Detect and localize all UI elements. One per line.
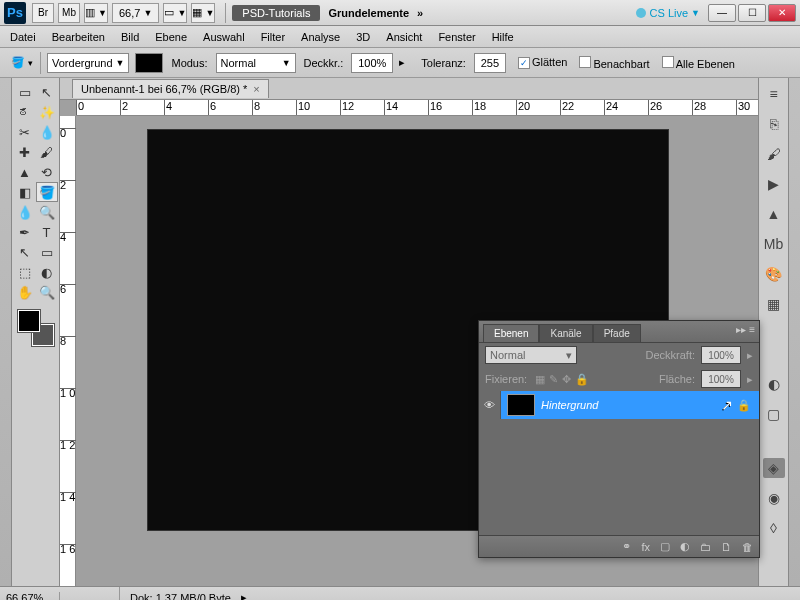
menu-bearbeiten[interactable]: Bearbeiten xyxy=(52,31,105,43)
dodge-tool[interactable]: 🔍 xyxy=(36,202,58,222)
crop-tool[interactable]: ✂ xyxy=(14,122,36,142)
layer-group-icon[interactable]: 🗀 xyxy=(700,541,711,553)
paths-panel-icon[interactable]: ◊ xyxy=(763,518,785,538)
close-button[interactable]: ✕ xyxy=(768,4,796,22)
move-tool2[interactable]: ↖ xyxy=(36,82,58,102)
layers-panel-icon[interactable]: ◈ xyxy=(763,458,785,478)
status-doc-size[interactable]: Dok: 1,37 MB/0 Byte xyxy=(120,592,241,601)
delete-layer-icon[interactable]: 🗑 xyxy=(742,541,753,553)
bucket-tool-icon[interactable]: 🪣▾ xyxy=(10,53,34,73)
stamp-tool[interactable]: ▲ xyxy=(14,162,36,182)
workspace-preset[interactable]: Grundelemente xyxy=(328,7,409,19)
masks-panel-icon[interactable]: ▢ xyxy=(763,404,785,424)
lasso-tool[interactable]: ಠ xyxy=(14,102,36,122)
actions-panel-icon[interactable]: ⎘ xyxy=(763,114,785,134)
fill-color-swatch[interactable] xyxy=(135,53,163,73)
blend-mode-dropdown[interactable]: Normal▾ xyxy=(485,346,577,364)
antialias-checkbox[interactable]: ✓ xyxy=(518,57,530,69)
type-tool[interactable]: T xyxy=(36,222,58,242)
menu-datei[interactable]: Datei xyxy=(10,31,36,43)
brush-tool[interactable]: 🖌 xyxy=(36,142,58,162)
hand-tool[interactable]: ✋ xyxy=(14,282,36,302)
channels-panel-icon[interactable]: ◉ xyxy=(763,488,785,508)
status-flyout-icon[interactable]: ▸ xyxy=(241,591,247,600)
menu-hilfe[interactable]: Hilfe xyxy=(492,31,514,43)
ruler-horizontal[interactable]: 024681012141618202224262830 xyxy=(76,100,758,116)
mode-dropdown[interactable]: Normal▼ xyxy=(216,53,296,73)
workspace-badge[interactable]: PSD-Tutorials xyxy=(232,5,320,21)
3d-cam-tool[interactable]: ◐ xyxy=(36,262,58,282)
cs-live-button[interactable]: CS Live▼ xyxy=(636,7,700,19)
arrange-docs-button[interactable]: ▥▼ xyxy=(84,3,108,23)
play-panel-icon[interactable]: ▶ xyxy=(763,174,785,194)
menu-bild[interactable]: Bild xyxy=(121,31,139,43)
layer-row[interactable]: 👁 Hintergrund 🔒 xyxy=(479,391,759,419)
mb-panel-icon[interactable]: Mb xyxy=(763,234,785,254)
tab-ebenen[interactable]: Ebenen xyxy=(483,324,539,342)
tab-kanale[interactable]: Kanäle xyxy=(539,324,592,342)
layer-lock-icon[interactable]: 🔒 xyxy=(737,399,751,412)
minibridge-button[interactable]: Mb xyxy=(58,3,80,23)
fill-slider-icon[interactable]: ▸ xyxy=(747,373,753,386)
zoom-field[interactable]: 66,7▼ xyxy=(112,3,159,23)
menu-ansicht[interactable]: Ansicht xyxy=(386,31,422,43)
brush-panel-icon[interactable]: 🖌 xyxy=(763,144,785,164)
screen-mode-button[interactable]: ▭▼ xyxy=(163,3,187,23)
tab-pfade[interactable]: Pfade xyxy=(593,324,641,342)
left-rail[interactable] xyxy=(0,78,12,586)
ruler-vertical[interactable]: 024681 01 21 41 6 xyxy=(60,116,76,586)
opacity-slider-icon[interactable]: ▸ xyxy=(747,349,753,362)
shape-tool[interactable]: ▭ xyxy=(36,242,58,262)
blur-tool[interactable]: 💧 xyxy=(14,202,36,222)
eraser-tool[interactable]: ◧ xyxy=(14,182,36,202)
layer-opacity-field[interactable]: 100% xyxy=(701,346,741,364)
menu-analyse[interactable]: Analyse xyxy=(301,31,340,43)
adjustments-panel-icon[interactable]: ◐ xyxy=(763,374,785,394)
layer-visibility-icon[interactable]: 👁 xyxy=(479,391,501,419)
status-zoom[interactable]: 66,67% xyxy=(0,592,60,601)
maximize-button[interactable]: ☐ xyxy=(738,4,766,22)
fg-color[interactable] xyxy=(18,310,40,332)
healing-tool[interactable]: ✚ xyxy=(14,142,36,162)
clone-panel-icon[interactable]: ▲ xyxy=(763,204,785,224)
bridge-button[interactable]: Br xyxy=(32,3,54,23)
layer-style-icon[interactable]: fx xyxy=(641,541,650,553)
path-tool[interactable]: ↖ xyxy=(14,242,36,262)
workspace-more-icon[interactable]: » xyxy=(417,7,423,19)
menu-fenster[interactable]: Fenster xyxy=(438,31,475,43)
adjustment-layer-icon[interactable]: ◐ xyxy=(680,540,690,553)
panel-menu-icon[interactable]: ▸▸ ≡ xyxy=(736,324,755,335)
zoom-tool[interactable]: 🔍 xyxy=(36,282,58,302)
color-panel-icon[interactable]: 🎨 xyxy=(763,264,785,284)
eyedropper-tool[interactable]: 💧 xyxy=(36,122,58,142)
menu-ebene[interactable]: Ebene xyxy=(155,31,187,43)
contiguous-checkbox[interactable] xyxy=(579,56,591,68)
new-layer-icon[interactable]: 🗋 xyxy=(721,541,732,553)
alllayers-checkbox[interactable] xyxy=(662,56,674,68)
opacity-field[interactable]: 100% xyxy=(351,53,393,73)
bucket-tool[interactable]: 🪣 xyxy=(36,182,58,202)
3d-tool[interactable]: ⬚ xyxy=(14,262,36,282)
document-tab[interactable]: Unbenannt-1 bei 66,7% (RGB/8) *× xyxy=(72,79,269,98)
link-layers-icon[interactable]: ⚭ xyxy=(622,540,631,553)
color-swatches[interactable] xyxy=(18,310,54,346)
layer-name[interactable]: Hintergrund xyxy=(541,399,725,411)
move-tool[interactable]: ▭ xyxy=(14,82,36,102)
opacity-flyout-icon[interactable]: ▸ xyxy=(399,56,405,69)
menu-3d[interactable]: 3D xyxy=(356,31,370,43)
extras-button[interactable]: ▦▼ xyxy=(191,3,215,23)
history-panel-icon[interactable]: ≡ xyxy=(763,84,785,104)
layer-thumbnail[interactable] xyxy=(507,394,535,416)
right-rail[interactable] xyxy=(788,78,800,586)
wand-tool[interactable]: ✨ xyxy=(36,102,58,122)
layer-fill-field[interactable]: 100% xyxy=(701,370,741,388)
menu-auswahl[interactable]: Auswahl xyxy=(203,31,245,43)
pen-tool[interactable]: ✒ xyxy=(14,222,36,242)
close-tab-icon[interactable]: × xyxy=(253,83,259,95)
minimize-button[interactable]: — xyxy=(708,4,736,22)
lock-buttons[interactable]: ▦✎✥🔒 xyxy=(533,373,591,386)
menu-filter[interactable]: Filter xyxy=(261,31,285,43)
foreground-dropdown[interactable]: Vordergrund▼ xyxy=(47,53,129,73)
swatches-panel-icon[interactable]: ▦ xyxy=(763,294,785,314)
history-tool[interactable]: ⟲ xyxy=(36,162,58,182)
